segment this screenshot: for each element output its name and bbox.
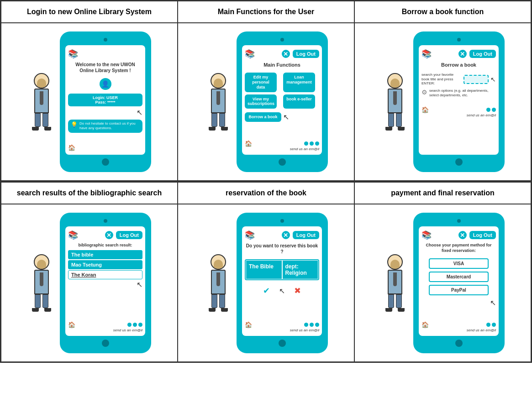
person-foot-l-3 <box>385 127 392 131</box>
login-text-1: Login: USER Pass: ***** <box>72 95 139 105</box>
person-foot-l-5 <box>209 308 216 312</box>
tablet-home-btn-6[interactable] <box>455 340 463 347</box>
func-btn-0[interactable]: Edit my personal data <box>245 73 277 92</box>
borrow-row: Borrow a book ↖ <box>245 112 319 122</box>
func-btn-4[interactable]: Borrow a book <box>245 112 281 122</box>
cursor-4: ↖ <box>68 280 142 289</box>
home-icon-2[interactable]: 🏠 <box>245 140 252 147</box>
top-bar-5: 📚 ✕ Log Out <box>245 230 319 240</box>
cell-main-body: 📚 ✕ Log Out Main Functions Edit my perso… <box>178 23 354 180</box>
tablet-search: 📚 ✕ Log Out bibliographic search result:… <box>60 213 151 353</box>
result-item-2[interactable]: The Koran <box>68 270 142 279</box>
book-icon-1: 📚 <box>68 49 78 59</box>
bottom-bar-2: 🏠 <box>245 137 319 147</box>
person-leg-l-2 <box>211 113 217 127</box>
cell-reservation: reservation of the book <box>178 182 354 362</box>
tablet-home-btn-3[interactable] <box>455 158 463 166</box>
tablet-camera-2 <box>280 38 284 42</box>
cursor-1: ↖ <box>68 108 142 117</box>
logout-btn-5[interactable]: Log Out <box>293 231 319 239</box>
main-grid: Login to new Online Library System <box>0 0 532 363</box>
logout-btn-3[interactable]: Log Out <box>469 50 496 58</box>
person-hair-1 <box>37 79 46 88</box>
home-icon-3[interactable]: 🏠 <box>421 106 429 113</box>
cell-payment-header: payment and final reservation <box>355 183 531 204</box>
close-btn-3[interactable]: ✕ <box>458 49 468 59</box>
pay-btn-mastercard[interactable]: Mastercard <box>429 272 488 282</box>
book-detail-table: The Bible dept: Religion <box>245 259 319 280</box>
tablet-home-btn-4[interactable] <box>102 340 109 347</box>
close-btn-5[interactable]: ✕ <box>281 230 291 240</box>
cursor-2: ↖ <box>283 113 289 121</box>
pay-btn-visa[interactable]: VISA <box>429 258 488 269</box>
email-label-5: send us an em@il <box>245 328 319 332</box>
top-right-2: ✕ Log Out <box>281 49 319 59</box>
person-head-4 <box>34 254 49 270</box>
tablet-camera-5 <box>280 219 284 223</box>
bulb-icon-1: 💡 <box>71 121 78 128</box>
cell-search-results: search results of the bibliographic sear… <box>1 182 178 362</box>
top-right-5: ✕ Log Out <box>281 230 319 240</box>
tablet-camera-4 <box>104 219 107 223</box>
logout-btn-4[interactable]: Log Out <box>116 231 142 239</box>
home-icon-1[interactable]: 🏠 <box>68 144 75 151</box>
results-list: The bible Mao Tsetung The Koran <box>68 249 142 280</box>
reserve-question: Do you want to reserve this book ? <box>245 243 319 255</box>
cell-borrow: Borrow a book function <box>354 1 531 181</box>
search-input-3[interactable] <box>464 75 489 84</box>
pay-btn-paypal[interactable]: PayPal <box>429 285 488 295</box>
home-icon-4[interactable]: 🏠 <box>68 321 75 328</box>
person-hair-4 <box>37 260 46 269</box>
func-btn-1[interactable]: Loan management <box>283 73 315 92</box>
person-legs-5 <box>211 294 225 308</box>
func-btn-2[interactable]: View my subscriptions <box>245 94 277 109</box>
tablet-screen-1: 📚 Welcome to the new UWON Online Library… <box>65 45 145 155</box>
reserve-icons: ✔ ↖ ✖ <box>245 286 319 296</box>
person-head-3 <box>387 73 403 89</box>
person-figure-6 <box>381 254 409 312</box>
person-figure-5 <box>205 254 232 312</box>
close-btn-6[interactable]: ✕ <box>458 230 468 240</box>
dots-5 <box>304 323 319 327</box>
person-tie-1 <box>40 91 43 105</box>
tablet-camera-1 <box>104 38 107 42</box>
email-label-3: send us an em@il <box>421 113 496 117</box>
logout-btn-6[interactable]: Log Out <box>469 231 496 239</box>
search-label-3: search your favorite book title and pres… <box>421 73 462 86</box>
cell-payment-body: 📚 ✕ Log Out Choose your payment method f… <box>355 204 531 361</box>
home-icon-5[interactable]: 🏠 <box>245 321 252 328</box>
cross-icon-5[interactable]: ✖ <box>294 286 301 296</box>
person-foot-r-1 <box>44 127 51 131</box>
book-title-cell: The Bible <box>246 260 282 279</box>
settings-row-3: ⚙ search options (e.g. all departments, … <box>421 89 496 98</box>
top-bar-2: 📚 ✕ Log Out <box>245 49 319 59</box>
dots-2 <box>304 141 319 146</box>
main-func-label: Main Functions <box>263 62 300 68</box>
person-legs-1 <box>35 113 48 127</box>
close-btn-4[interactable]: ✕ <box>104 230 114 240</box>
func-btn-3[interactable]: book e-seller <box>283 94 315 109</box>
tablet-home-btn-1[interactable] <box>102 158 109 166</box>
cursor-5: ↖ <box>279 287 285 295</box>
result-item-1[interactable]: Mao Tsetung <box>68 260 142 269</box>
person-feet-2 <box>209 127 228 131</box>
person-figure-3 <box>381 73 409 131</box>
home-icon-6[interactable]: 🏠 <box>421 321 429 328</box>
top-right-4: ✕ Log Out <box>104 230 142 240</box>
tablet-home-btn-2[interactable] <box>279 158 286 166</box>
borrow-label: Borrow a book <box>441 62 476 68</box>
person-foot-r-6 <box>398 308 405 312</box>
person-figure-1 <box>28 73 55 131</box>
top-bar-1: 📚 <box>68 49 142 59</box>
close-btn-2[interactable]: ✕ <box>281 49 291 59</box>
result-item-0[interactable]: The bible <box>68 250 142 259</box>
person-figure-2 <box>205 73 232 131</box>
dots-6 <box>486 323 496 327</box>
tablet-home-btn-5[interactable] <box>279 340 286 347</box>
logout-btn-2[interactable]: Log Out <box>293 50 319 58</box>
check-icon-5[interactable]: ✔ <box>263 286 270 296</box>
person-leg-r-6 <box>396 294 402 308</box>
person-head-2 <box>211 73 226 89</box>
person-foot-r-5 <box>221 308 228 312</box>
login-box-1[interactable]: Login: USER Pass: ***** <box>68 94 142 106</box>
